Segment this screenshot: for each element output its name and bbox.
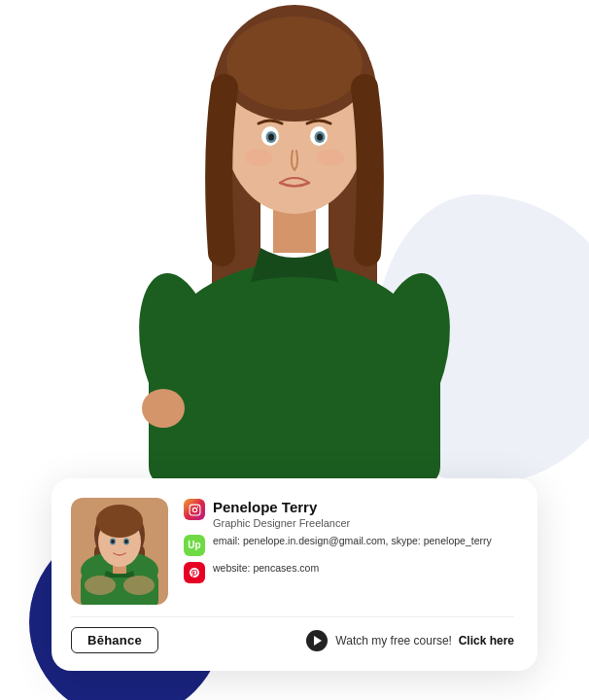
svg-point-11 — [226, 17, 363, 110]
contact-text: email: penelope.in.design@gmail.com, sky… — [213, 534, 492, 549]
card-top: Penelope Terry Graphic Designer Freelanc… — [71, 498, 514, 605]
svg-point-18 — [245, 149, 272, 166]
person-illustration — [100, 0, 489, 486]
svg-point-30 — [111, 540, 115, 543]
svg-point-33 — [85, 576, 116, 595]
website-text: website: pencases.com — [213, 561, 319, 577]
card-info: Penelope Terry Graphic Designer Freelanc… — [184, 498, 514, 588]
svg-point-16 — [268, 134, 274, 141]
website-row: website: pencases.com — [184, 561, 514, 583]
svg-point-19 — [317, 149, 344, 166]
play-triangle — [314, 636, 322, 646]
svg-rect-35 — [190, 505, 200, 515]
person-role: Graphic Designer Freelancer — [213, 517, 350, 529]
pinterest-icon — [184, 562, 205, 583]
watch-text: Watch my free course! Click here — [335, 634, 514, 648]
card-bottom: Bēhance Watch my free course! Click here — [71, 627, 514, 653]
upwork-icon: Up — [184, 535, 205, 556]
play-icon — [306, 630, 328, 651]
contact-row: Up email: penelope.in.design@gmail.com, … — [184, 534, 514, 556]
svg-point-8 — [142, 389, 185, 428]
svg-point-37 — [196, 506, 197, 507]
card-avatar — [71, 498, 168, 605]
svg-point-34 — [123, 576, 155, 595]
click-here-link[interactable]: Click here — [459, 634, 514, 648]
instagram-icon — [184, 499, 205, 520]
svg-point-27 — [96, 505, 143, 538]
behance-button[interactable]: Bēhance — [71, 627, 158, 653]
svg-point-36 — [192, 508, 196, 511]
svg-point-17 — [317, 134, 323, 141]
name-row: Penelope Terry Graphic Designer Freelanc… — [184, 498, 514, 529]
svg-point-31 — [124, 540, 128, 543]
business-card: Penelope Terry Graphic Designer Freelanc… — [52, 478, 537, 671]
person-name-block: Penelope Terry Graphic Designer Freelanc… — [213, 498, 350, 529]
watch-row: Watch my free course! Click here — [306, 630, 514, 651]
card-divider — [71, 616, 514, 617]
person-name: Penelope Terry — [213, 498, 350, 517]
